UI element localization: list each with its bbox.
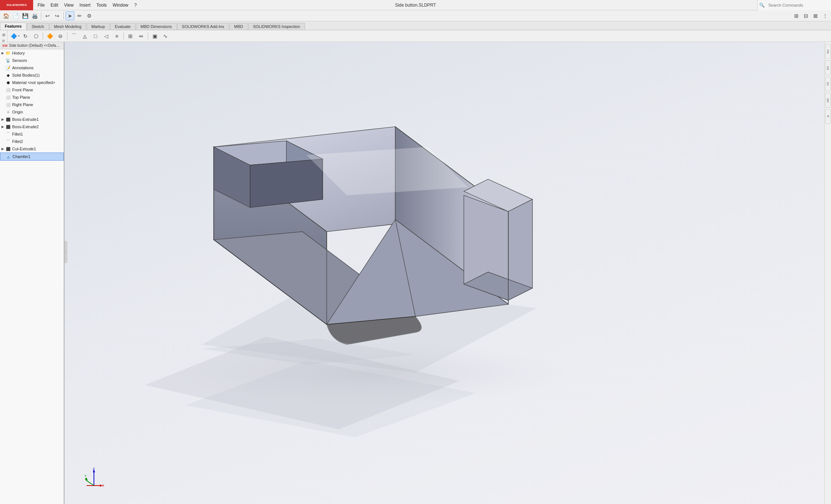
ft-item-front-plane[interactable]: ▶ ⬜ Front Plane <box>0 86 64 94</box>
feature-tree-header: SW Side button (Default) <<Default>_D <box>0 42 64 49</box>
cut-extrude1-icon: ⬛ <box>5 146 11 152</box>
tab-sketch[interactable]: Sketch <box>27 23 49 30</box>
right-panel-btn-3[interactable]: DX <box>825 77 831 91</box>
sensors-icon: 📡 <box>5 57 11 63</box>
print-button[interactable]: 🖨️ <box>30 11 39 20</box>
ft-sep4 <box>148 32 148 40</box>
boss-extrude1-arrow: ▶ <box>1 118 5 121</box>
tab-evaluate[interactable]: Evaluate <box>110 23 136 30</box>
fillet2-label: Fillet2 <box>12 139 23 144</box>
curves-button[interactable]: ∿ <box>161 31 170 41</box>
ft-item-boss-extrude2[interactable]: ▶ ⬛ Boss-Extrude2 <box>0 123 64 130</box>
options-button[interactable]: ⊞ <box>792 11 801 20</box>
ft-item-annotations[interactable]: ▶ 📝 Annotations <box>0 64 64 71</box>
tab-features[interactable]: Features <box>0 22 27 30</box>
tab-mesh-modeling[interactable]: Mesh Modeling <box>49 23 87 30</box>
feature-manager-icon[interactable]: ⊞ <box>1 32 7 38</box>
material-label: Material <not specified> <box>12 80 55 85</box>
ft-item-chamfer1[interactable]: ▶ ◬ Chamfer1 <box>0 153 64 161</box>
tab-mbd-dimensions[interactable]: MBD Dimensions <box>136 23 177 30</box>
options4-button[interactable]: ⋮ <box>821 11 830 20</box>
ft-item-solid-bodies[interactable]: ▶ ◆ Solid Bodies(1) <box>0 71 64 79</box>
boss-extrude1-label: Boss-Extrude1 <box>12 117 39 122</box>
revolved-boss-button[interactable]: ↻ <box>21 31 30 41</box>
ft-item-fillet1[interactable]: ▶ ⌒ Fillet1 <box>0 130 64 138</box>
boss-extrude2-icon: ⬛ <box>5 124 11 130</box>
fillet-button[interactable]: ⌒ <box>69 31 79 41</box>
ft-item-origin[interactable]: ▶ ✛ Origin <box>0 108 64 116</box>
tab-inspection[interactable]: SOLIDWORKS Inspection <box>248 23 305 30</box>
feature-toolbar: 🔷 ▾ ↻ ⬡ 🔶 ⊖ ⌒ ◬ □ ◁ ≡ ⊞ ⇔ ▣ ∿ <box>7 30 831 42</box>
lofted-boss-button[interactable]: ⬡ <box>31 31 41 41</box>
ft-item-sensors[interactable]: ▶ 📡 Sensors <box>0 57 64 64</box>
ft-item-material[interactable]: ▶ ⬢ Material <not specified> <box>0 79 64 86</box>
3d-viewport[interactable]: X Y Z <box>64 42 831 504</box>
options3-button[interactable]: ⊠ <box>811 11 820 20</box>
undo-button[interactable]: ↩ <box>43 11 52 20</box>
sketch-button[interactable]: ✏ <box>75 11 84 20</box>
ft-sep1 <box>43 32 43 40</box>
search-input[interactable] <box>766 3 825 7</box>
fillet1-label: Fillet1 <box>12 132 23 136</box>
ft-item-fillet2[interactable]: ▶ ⌒ Fillet2 <box>0 138 64 145</box>
right-panel-btn-2[interactable]: CM <box>825 60 831 75</box>
right-panel-btn-5[interactable]: ⚙ <box>825 109 831 124</box>
top-plane-icon: ⬜ <box>5 94 11 100</box>
panel-collapse-handle[interactable]: › <box>64 241 67 263</box>
extruded-cut-button[interactable]: 🔶 <box>45 31 55 41</box>
menu-tools[interactable]: Tools <box>94 1 110 9</box>
redo-button[interactable]: ↪ <box>53 11 62 20</box>
menu-help[interactable]: ? <box>132 1 140 9</box>
logo-text: SOLIDWORKS <box>6 3 27 7</box>
right-panel-tabs: PM CM DX DM ⚙ <box>824 42 831 504</box>
mirror-button[interactable]: ⇔ <box>136 31 146 41</box>
save-button[interactable]: 💾 <box>21 11 29 20</box>
front-plane-icon: ⬜ <box>5 87 11 93</box>
extruded-boss-button[interactable]: 🔷 <box>9 31 18 41</box>
search-icon: 🔍 <box>758 3 766 8</box>
new-button[interactable]: 🏠 <box>1 11 10 20</box>
annotations-icon: 📝 <box>5 65 11 71</box>
tab-markup[interactable]: Markup <box>87 23 110 30</box>
chamfer-button[interactable]: ◬ <box>80 31 90 41</box>
ref-geometry-button[interactable]: ▣ <box>150 31 159 41</box>
menu-insert[interactable]: Insert <box>77 1 94 9</box>
search-box[interactable]: 🔍 <box>757 0 831 10</box>
cut-extrude1-label: Cut-Extrude1 <box>12 147 36 151</box>
draft-button[interactable]: ◁ <box>101 31 111 41</box>
extruded-boss-arrow[interactable]: ▾ <box>18 34 20 38</box>
tab-add-ins[interactable]: SOLIDWORKS Add-Ins <box>177 23 229 30</box>
solid-bodies-icon: ◆ <box>5 72 11 78</box>
history-arrow: ▶ <box>1 51 5 55</box>
tab-mbd[interactable]: MBD <box>229 23 248 30</box>
sensors-label: Sensors <box>12 58 27 63</box>
origin-axes-indicator: X Y Z <box>83 467 105 489</box>
boss-extrude2-label: Boss-Extrude2 <box>12 125 39 129</box>
svg-text:Y: Y <box>84 474 87 478</box>
fillet1-icon: ⌒ <box>5 131 11 137</box>
linear-pattern-button[interactable]: ⊞ <box>126 31 135 41</box>
ft-sep3 <box>123 32 124 40</box>
select-button[interactable]: ➤ <box>66 11 74 20</box>
revolved-cut-button[interactable]: ⊖ <box>56 31 65 41</box>
open-button[interactable]: 📄 <box>11 11 20 20</box>
ft-root-item[interactable]: SW Side button (Default) <<Default>_D <box>2 43 62 48</box>
menu-view[interactable]: View <box>61 1 77 9</box>
ft-item-cut-extrude1[interactable]: ▶ ⬛ Cut-Extrude1 <box>0 145 64 153</box>
svg-marker-11 <box>250 159 323 207</box>
ft-item-history[interactable]: ▶ 📁 History <box>0 49 64 57</box>
settings-button[interactable]: ⚙ <box>85 11 94 20</box>
menu-window[interactable]: Window <box>110 1 132 9</box>
ft-item-right-plane[interactable]: ▶ ⬜ Right Plane <box>0 101 64 108</box>
options2-button[interactable]: ⊟ <box>802 11 810 20</box>
menu-edit[interactable]: Edit <box>48 1 61 9</box>
toolbar-separator <box>41 12 41 20</box>
front-plane-label: Front Plane <box>12 88 33 92</box>
ft-item-top-plane[interactable]: ▶ ⬜ Top Plane <box>0 94 64 101</box>
right-panel-btn-4[interactable]: DM <box>825 93 831 108</box>
rib-button[interactable]: ≡ <box>112 31 122 41</box>
menu-file[interactable]: File <box>35 1 48 9</box>
shell-button[interactable]: □ <box>91 31 100 41</box>
ft-item-boss-extrude1[interactable]: ▶ ⬛ Boss-Extrude1 <box>0 116 64 123</box>
right-panel-btn-1[interactable]: PM <box>825 44 831 59</box>
